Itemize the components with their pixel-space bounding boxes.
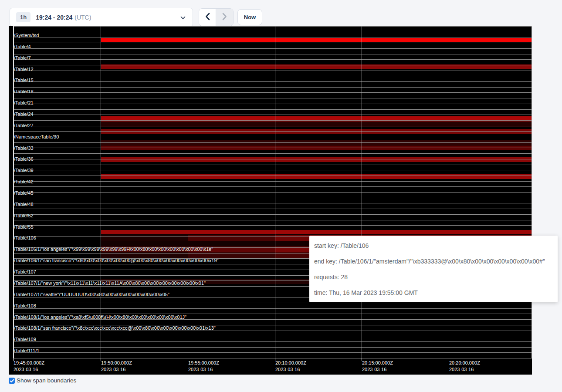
span-boundary-line bbox=[13, 92, 532, 93]
axis-time-value: 19:45:00.000Z bbox=[14, 360, 44, 366]
column-grid-line bbox=[275, 26, 275, 358]
row-key-label: /Table/109 bbox=[14, 337, 36, 342]
span-boundary-line bbox=[13, 352, 532, 353]
row-key-label: /NamespaceTable/30 bbox=[14, 134, 59, 139]
span-boundary-line bbox=[13, 153, 532, 154]
span-boundary-line bbox=[13, 142, 532, 143]
axis-time-label: 19:45:00.000Z2023-03-16 bbox=[14, 360, 44, 373]
span-boundary-line bbox=[13, 192, 532, 193]
row-key-label: /Table/52 bbox=[14, 213, 34, 218]
span-boundary-line bbox=[13, 131, 532, 132]
span-boundary-line bbox=[13, 81, 532, 82]
span-boundary-line bbox=[13, 137, 532, 137]
span-boundary-line bbox=[13, 181, 532, 182]
column-grid-line bbox=[188, 26, 188, 358]
time-nav-group bbox=[199, 8, 234, 26]
show-span-boundaries-label: Show span boundaries bbox=[17, 377, 76, 384]
span-boundary-line bbox=[13, 37, 532, 37]
tooltip-end-key: end key: /Table/106/1/"amsterdam"/"\xb33… bbox=[314, 258, 553, 265]
span-boundary-line bbox=[13, 159, 532, 159]
row-key-label: /Table/33 bbox=[14, 145, 34, 151]
row-key-label: /Table/18 bbox=[14, 89, 34, 94]
time-range-preset-badge: 1h bbox=[16, 12, 30, 22]
time-range-dropdown[interactable]: 1h 19:24 - 20:24 (UTC) bbox=[10, 8, 193, 27]
axis-date-value: 2023-03-16 bbox=[101, 366, 132, 373]
axis-time-value: 19:50:00.000Z bbox=[101, 360, 132, 366]
span-boundary-line bbox=[13, 203, 532, 203]
row-key-label: /Table/55 bbox=[14, 224, 34, 230]
axis-time-value: 20:10:00.000Z bbox=[275, 360, 306, 366]
span-boundary-line bbox=[13, 336, 532, 336]
tooltip-requests: requests: 28 bbox=[314, 274, 553, 280]
row-key-label: /Table/108/1/"los angeles"/"\xa8\xf5\u00… bbox=[14, 314, 186, 320]
span-boundary-line bbox=[13, 98, 532, 98]
now-button[interactable]: Now bbox=[237, 9, 262, 25]
span-boundary-line bbox=[13, 186, 532, 187]
span-boundary-line bbox=[13, 65, 532, 65]
time-range-value: 19:24 - 20:24 bbox=[36, 14, 72, 21]
span-boundary-line bbox=[13, 104, 532, 104]
span-boundary-line bbox=[13, 347, 532, 348]
heat-band[interactable] bbox=[101, 122, 532, 127]
row-key-label: /Table/39 bbox=[14, 168, 34, 173]
span-boundary-line bbox=[13, 87, 532, 88]
row-key-label: /Table/24 bbox=[14, 112, 34, 117]
row-key-label: /Table/4 bbox=[14, 44, 31, 49]
axis-time-value: 20:20:00.000Z bbox=[449, 360, 480, 366]
span-boundary-line bbox=[13, 231, 532, 231]
span-boundary-line bbox=[13, 71, 532, 71]
toolbar: 1h 19:24 - 20:24 (UTC) Now bbox=[0, 0, 562, 26]
row-key-label: /Table/107/1/"seattle"/"UUUUUUD\x00\x80\… bbox=[14, 292, 169, 297]
row-key-label: /Table/108 bbox=[14, 303, 36, 308]
span-tooltip: start key: /Table/106 end key: /Table/10… bbox=[309, 236, 558, 302]
row-key-label: /Table/42 bbox=[14, 179, 34, 184]
heat-band[interactable] bbox=[101, 157, 532, 162]
row-key-label: /Table/108/1/"san francisco"/"\x8c\xcc\x… bbox=[14, 325, 216, 331]
span-boundary-line bbox=[13, 115, 532, 115]
row-key-label: /Table/111/1 bbox=[14, 348, 39, 353]
axis-date-value: 2023-03-16 bbox=[449, 366, 480, 373]
heat-band[interactable] bbox=[101, 174, 532, 179]
column-grid-line bbox=[101, 26, 101, 358]
span-boundary-line bbox=[13, 32, 532, 32]
span-boundary-line bbox=[13, 220, 532, 220]
span-boundary-line bbox=[13, 148, 532, 148]
span-boundary-line bbox=[13, 43, 532, 43]
row-key-label: /Table/107/1/"new york"/"\x11\x11\x11\x1… bbox=[14, 280, 206, 286]
span-boundary-line bbox=[13, 109, 532, 110]
span-boundary-line bbox=[13, 126, 532, 126]
row-key-label: /Table/15 bbox=[14, 78, 34, 83]
footer: Show span boundaries bbox=[9, 377, 76, 384]
row-key-label: /Table/106/1/"los angeles"/"\x99\x99\x99… bbox=[14, 247, 213, 252]
key-visualizer-heatmap[interactable]: /System/tsd/Table/4/Table/7/Table/12/Tab… bbox=[9, 26, 532, 375]
tooltip-time: time: Thu, 16 Mar 2023 19:55:00 GMT bbox=[314, 289, 553, 296]
span-boundary-line bbox=[13, 54, 532, 54]
span-boundary-line bbox=[13, 214, 532, 215]
heat-band[interactable] bbox=[101, 116, 532, 122]
axis-date-value: 2023-03-16 bbox=[362, 366, 393, 373]
row-key-label: /Table/45 bbox=[14, 190, 34, 196]
previous-interval-button[interactable] bbox=[199, 9, 216, 26]
show-span-boundaries-checkbox[interactable] bbox=[9, 378, 15, 384]
axis-date-value: 2023-03-16 bbox=[188, 366, 219, 373]
axis-time-label: 20:15:00.000Z2023-03-16 bbox=[362, 360, 393, 373]
span-boundary-line bbox=[13, 209, 532, 209]
axis-date-value: 2023-03-16 bbox=[275, 366, 306, 373]
span-boundary-line bbox=[13, 165, 532, 165]
axis-time-value: 20:15:00.000Z bbox=[362, 360, 393, 366]
tooltip-start-key: start key: /Table/106 bbox=[314, 242, 553, 249]
next-interval-button-disabled[interactable] bbox=[216, 9, 233, 26]
span-boundary-line bbox=[13, 76, 532, 76]
checkmark-icon bbox=[10, 377, 14, 385]
span-boundary-line bbox=[13, 176, 532, 176]
column-grid-line bbox=[362, 26, 362, 358]
row-key-label: /Table/7 bbox=[14, 55, 31, 61]
axis-time-label: 19:50:00.000Z2023-03-16 bbox=[101, 360, 132, 373]
span-boundary-line bbox=[13, 48, 532, 49]
heat-band[interactable] bbox=[101, 38, 532, 42]
span-boundary-line bbox=[13, 308, 532, 309]
row-key-label: /Table/106/1/"san francisco"/"\x80\x00\x… bbox=[14, 258, 219, 263]
time-range-timezone: (UTC) bbox=[74, 14, 91, 21]
axis-time-label: 20:10:00.000Z2023-03-16 bbox=[275, 360, 306, 373]
span-boundary-line bbox=[13, 303, 532, 303]
